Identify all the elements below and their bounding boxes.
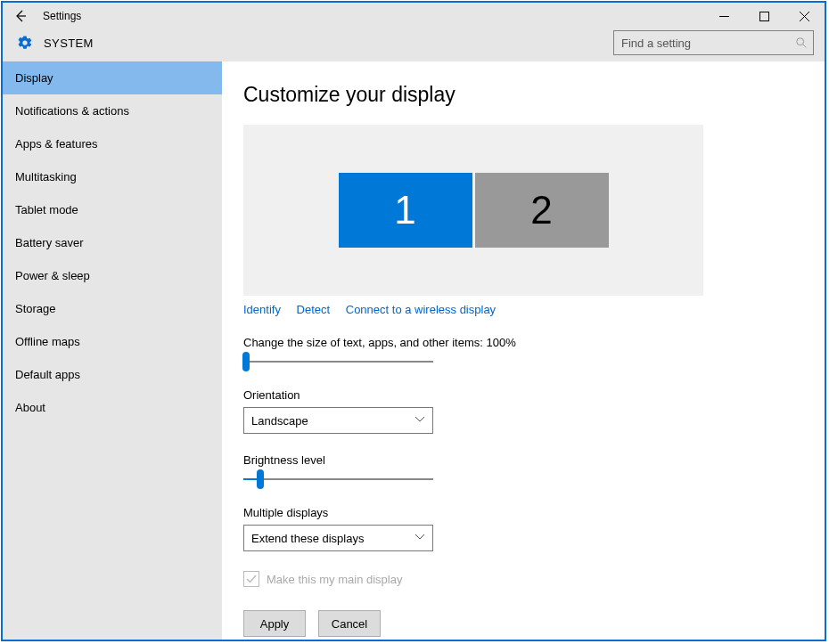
display-links: Identify Detect Connect to a wireless di… xyxy=(243,303,792,316)
scale-label: Change the size of text, apps, and other… xyxy=(243,336,792,349)
sidebar-item-default-apps[interactable]: Default apps xyxy=(3,358,222,391)
multiple-displays-select[interactable]: Extend these displays xyxy=(243,525,433,551)
sidebar: Display Notifications & actions Apps & f… xyxy=(3,61,222,640)
main-content: Customize your display 1 2 Identify Dete… xyxy=(222,61,825,640)
apply-button[interactable]: Apply xyxy=(243,610,306,637)
search-icon xyxy=(795,37,808,49)
sidebar-item-multitasking[interactable]: Multitasking xyxy=(3,160,222,193)
brightness-label: Brightness level xyxy=(243,453,792,467)
header-title: SYSTEM xyxy=(44,37,94,50)
search-box[interactable] xyxy=(613,30,814,55)
sidebar-item-tablet-mode[interactable]: Tablet mode xyxy=(3,193,222,226)
brightness-slider[interactable] xyxy=(243,472,433,486)
sidebar-item-about[interactable]: About xyxy=(3,391,222,424)
wireless-display-link[interactable]: Connect to a wireless display xyxy=(346,303,496,316)
multiple-displays-value: Extend these displays xyxy=(251,532,364,545)
sidebar-item-notifications[interactable]: Notifications & actions xyxy=(3,94,222,127)
minimize-button[interactable] xyxy=(704,3,744,29)
search-input[interactable] xyxy=(620,36,795,51)
sidebar-item-offline-maps[interactable]: Offline maps xyxy=(3,325,222,358)
sidebar-item-label: Power & sleep xyxy=(15,269,90,282)
gear-icon xyxy=(17,35,33,51)
close-button[interactable] xyxy=(784,3,825,29)
sidebar-item-label: Tablet mode xyxy=(15,203,78,216)
multiple-displays-label: Multiple displays xyxy=(243,506,792,519)
button-row: Apply Cancel xyxy=(243,610,792,637)
slider-thumb[interactable] xyxy=(242,352,250,371)
sidebar-item-label: Display xyxy=(15,71,53,85)
svg-rect-0 xyxy=(760,12,769,20)
checkbox-icon xyxy=(243,571,259,587)
window-controls xyxy=(704,3,825,29)
body: Display Notifications & actions Apps & f… xyxy=(3,61,825,640)
orientation-select[interactable]: Landscape xyxy=(243,407,433,434)
svg-point-1 xyxy=(797,38,804,45)
maximize-button[interactable] xyxy=(744,3,784,29)
slider-thumb[interactable] xyxy=(257,469,264,489)
monitor-2[interactable]: 2 xyxy=(475,173,609,248)
sidebar-item-label: Storage xyxy=(15,302,56,315)
settings-window: Settings SYSTEM Display xyxy=(1,1,826,641)
sidebar-item-label: Notifications & actions xyxy=(15,104,129,118)
cancel-button[interactable]: Cancel xyxy=(318,610,381,637)
main-display-label: Make this my main display xyxy=(267,573,402,586)
monitor-1[interactable]: 1 xyxy=(339,173,472,248)
orientation-value: Landscape xyxy=(251,414,308,428)
sidebar-item-label: Offline maps xyxy=(15,335,80,348)
chevron-down-icon xyxy=(414,532,425,545)
sidebar-item-label: Multitasking xyxy=(15,170,77,183)
titlebar: Settings xyxy=(3,3,825,29)
sidebar-item-power-sleep[interactable]: Power & sleep xyxy=(3,259,222,292)
sidebar-item-apps-features[interactable]: Apps & features xyxy=(3,127,222,160)
sidebar-item-display[interactable]: Display xyxy=(3,61,222,94)
sidebar-item-label: Apps & features xyxy=(15,137,98,151)
chevron-down-icon xyxy=(414,414,425,428)
back-button[interactable] xyxy=(12,7,29,25)
scale-slider[interactable] xyxy=(243,355,433,369)
window-title: Settings xyxy=(43,10,81,22)
sidebar-item-battery-saver[interactable]: Battery saver xyxy=(3,226,222,259)
sidebar-item-label: Battery saver xyxy=(15,236,84,249)
orientation-label: Orientation xyxy=(243,388,792,402)
page-title: Customize your display xyxy=(243,83,792,107)
main-display-checkbox: Make this my main display xyxy=(243,571,792,587)
sidebar-item-storage[interactable]: Storage xyxy=(3,292,222,325)
sidebar-item-label: Default apps xyxy=(15,368,80,381)
sidebar-item-label: About xyxy=(15,401,45,414)
detect-link[interactable]: Detect xyxy=(297,303,331,316)
header: SYSTEM xyxy=(3,29,825,61)
monitor-preview[interactable]: 1 2 xyxy=(243,125,703,296)
identify-link[interactable]: Identify xyxy=(243,303,281,316)
